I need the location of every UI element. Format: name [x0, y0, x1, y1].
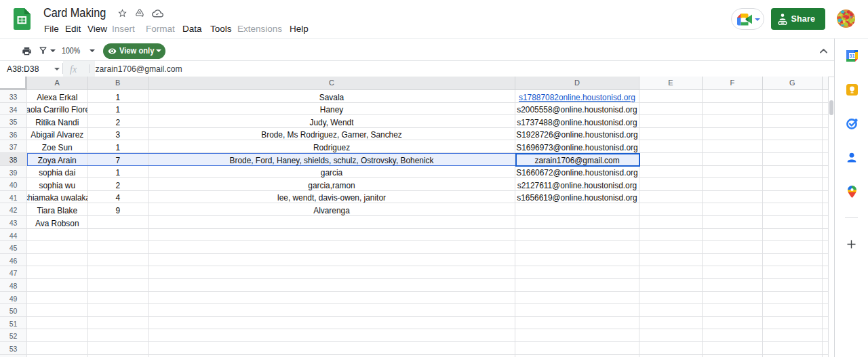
- svg-text:31: 31: [849, 53, 854, 59]
